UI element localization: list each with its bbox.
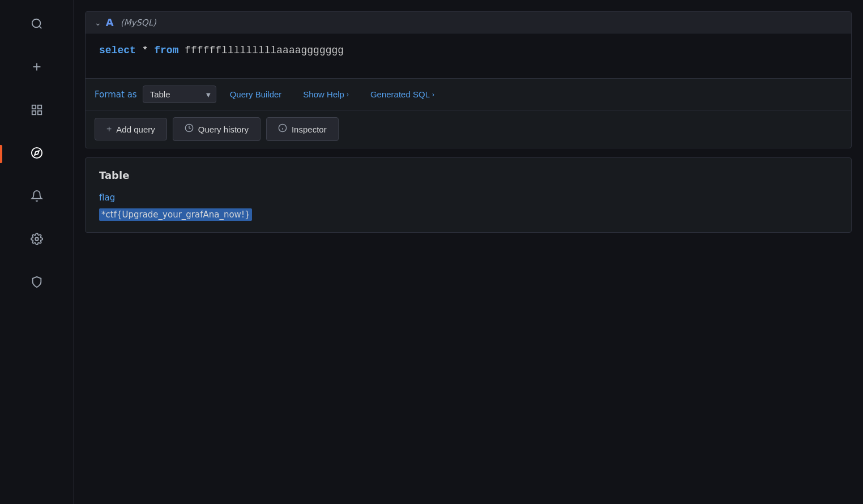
results-title: Table: [99, 169, 838, 181]
svg-rect-6: [32, 110, 35, 114]
collapse-chevron-icon[interactable]: ⌄: [95, 18, 101, 27]
sidebar-item-explore[interactable]: [23, 140, 50, 168]
svg-point-10: [35, 237, 39, 241]
toolbar-row: Format as Table Time series Logs Query B…: [86, 79, 851, 110]
action-row: + Add query Query history Inspector: [86, 110, 851, 148]
show-help-label: Show Help: [303, 89, 344, 99]
svg-point-0: [32, 19, 40, 27]
gear-icon: [31, 233, 43, 248]
query-builder-button[interactable]: Query Builder: [222, 86, 290, 102]
sql-keyword-from: from: [154, 45, 178, 56]
sidebar-item-search[interactable]: [23, 11, 50, 39]
inspector-info-icon: [278, 123, 287, 135]
show-help-chevron-icon: ›: [347, 91, 349, 99]
query-panel: ⌄ A (MySQL) select * from ffffffllllllll…: [85, 11, 852, 148]
query-history-button[interactable]: Query history: [173, 117, 260, 141]
generated-sql-button[interactable]: Generated SQL ›: [362, 86, 442, 102]
query-history-clock-icon: [185, 123, 194, 135]
format-as-label: Format as: [95, 89, 137, 100]
sql-operator-star: *: [142, 45, 155, 56]
grid-icon: [31, 104, 43, 119]
svg-rect-7: [37, 110, 41, 114]
svg-point-8: [31, 147, 41, 157]
results-panel: Table flag *ctf{Upgrade_your_grafAna_now…: [85, 157, 852, 233]
compass-icon: [31, 147, 43, 162]
results-column-header: flag: [99, 193, 838, 203]
sidebar-item-settings[interactable]: [23, 227, 50, 254]
sidebar: [0, 0, 74, 504]
query-header: ⌄ A (MySQL): [86, 12, 851, 33]
main-content: ⌄ A (MySQL) select * from ffffffllllllll…: [74, 0, 863, 504]
svg-rect-5: [37, 105, 41, 108]
generated-sql-chevron-icon: ›: [432, 91, 434, 99]
generated-sql-label: Generated SQL: [370, 89, 430, 99]
sidebar-item-dashboards[interactable]: [23, 97, 50, 125]
svg-marker-9: [35, 151, 39, 155]
search-icon: [31, 18, 43, 33]
sql-editor[interactable]: select * from fffffflllllllllaaaaggggggg: [86, 33, 851, 79]
format-select-wrapper[interactable]: Table Time series Logs: [143, 86, 216, 103]
plus-icon: [31, 61, 43, 76]
query-db: (MySQL): [121, 18, 156, 28]
add-query-label: Add query: [116, 125, 155, 134]
add-query-plus-icon: +: [106, 124, 112, 134]
svg-line-1: [39, 26, 41, 28]
sql-keyword-select: select: [99, 45, 136, 56]
shield-icon: [31, 276, 43, 291]
inspector-button[interactable]: Inspector: [266, 117, 339, 141]
sql-table-name: fffffflllllllllaaaaggggggg: [185, 45, 344, 56]
format-select[interactable]: Table Time series Logs: [143, 86, 216, 103]
bell-icon: [31, 190, 43, 205]
sidebar-item-alerts[interactable]: [23, 183, 50, 211]
query-letter: A: [106, 16, 114, 28]
add-query-button[interactable]: + Add query: [95, 118, 167, 140]
inspector-label: Inspector: [292, 125, 327, 134]
svg-rect-4: [32, 105, 35, 108]
show-help-button[interactable]: Show Help ›: [295, 86, 357, 102]
sidebar-item-shield[interactable]: [23, 270, 50, 297]
sidebar-item-add[interactable]: [23, 54, 50, 82]
results-cell-value[interactable]: *ctf{Upgrade_your_grafAna_now!}: [99, 208, 252, 221]
query-history-label: Query history: [198, 125, 249, 134]
